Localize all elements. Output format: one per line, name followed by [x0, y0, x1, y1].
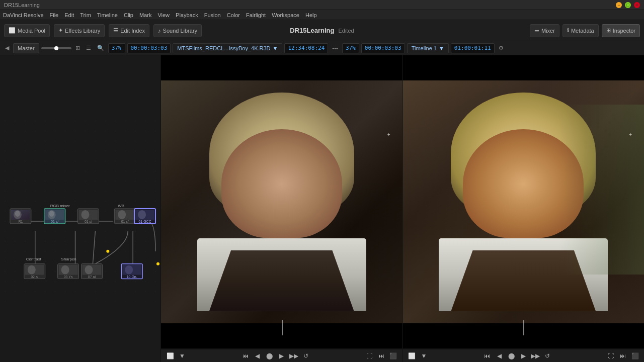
- title-bar: DR15Learning − □ ×: [0, 0, 644, 10]
- monitor-btn-left[interactable]: ⬜: [165, 351, 175, 361]
- svg-text:Contrast: Contrast: [26, 257, 42, 261]
- menu-edit[interactable]: Edit: [64, 12, 74, 18]
- svg-point-11: [106, 250, 109, 253]
- svg-text:02 al: 02 al: [31, 275, 39, 279]
- sound-library-btn[interactable]: ♪ Sound Library: [153, 24, 202, 37]
- stop-left[interactable]: ⬤: [265, 351, 275, 361]
- metadata-btn[interactable]: ℹ Metadata: [562, 24, 599, 37]
- timeline-options-btn[interactable]: ⚙: [497, 44, 506, 52]
- loop-right[interactable]: ↺: [542, 351, 552, 361]
- main-layout: R1 01 s/: [0, 55, 644, 362]
- master-slider[interactable]: [41, 47, 71, 49]
- svg-point-42: [28, 265, 36, 275]
- play-right[interactable]: ▶: [518, 351, 528, 361]
- window-controls: − □ ×: [616, 2, 640, 8]
- svg-point-27: [81, 210, 89, 219]
- next-frame-left[interactable]: ▶▶: [289, 351, 299, 361]
- menu-file[interactable]: File: [50, 12, 59, 18]
- menu-clip[interactable]: Clip: [124, 12, 133, 18]
- skip-end-right[interactable]: ⏭: [618, 351, 628, 361]
- menu-timeline[interactable]: Timeline: [97, 12, 118, 18]
- search-btn[interactable]: 🔍: [95, 44, 106, 52]
- video-row: +: [161, 55, 644, 348]
- next-frame-right[interactable]: ▶▶: [530, 351, 540, 361]
- timecode-center: 12:34:08:24: [284, 43, 328, 53]
- svg-text:R1: R1: [18, 220, 23, 223]
- monitor-btn-right[interactable]: ⬜: [407, 351, 417, 361]
- list-btn[interactable]: ☰: [84, 44, 93, 52]
- stop-right[interactable]: ⬤: [506, 351, 516, 361]
- svg-text:RGB mixer: RGB mixer: [50, 204, 70, 208]
- menu-help[interactable]: Help: [305, 12, 317, 18]
- svg-point-46: [61, 265, 69, 275]
- menu-fairlight[interactable]: Fairlight: [246, 12, 266, 18]
- inspector-btn[interactable]: ⊞ Inspector: [602, 24, 640, 37]
- svg-text:01 s/: 01 s/: [85, 220, 92, 223]
- more-btn[interactable]: •••: [330, 44, 340, 52]
- media-pool-icon: ⬜: [9, 27, 16, 34]
- transport-bar-right: ⬜ ▼ ⏮ ◀ ⬤ ▶ ▶▶ ↺ ⛶ ⏭ ⬛: [403, 349, 645, 362]
- skip-start-right[interactable]: ⏮: [482, 351, 492, 361]
- skip-end-left[interactable]: ⏭: [376, 351, 386, 361]
- crosshair-right: +: [629, 132, 632, 137]
- more-right[interactable]: ⬛: [630, 351, 640, 361]
- svg-point-12: [156, 262, 159, 265]
- svg-text:01 GCC: 01 GCC: [139, 220, 151, 223]
- top-toolbar: ⬜ Media Pool ✦ Effects Library ☰ Edit In…: [0, 20, 644, 41]
- maximize-btn[interactable]: □: [625, 2, 631, 8]
- back-btn[interactable]: ◀: [3, 44, 11, 52]
- mixer-btn[interactable]: ⚌ Mixer: [530, 24, 559, 37]
- crosshair-left: +: [387, 132, 390, 137]
- edit-index-icon: ☰: [113, 27, 118, 34]
- node-graph-panel: R1 01 s/: [0, 55, 161, 362]
- svg-point-18: [15, 211, 20, 217]
- clip-display[interactable]: MTSFilms_REDCL...IssyBoy_4K.R3D ▼: [173, 43, 282, 53]
- effects-library-btn[interactable]: ✦ Effects Library: [54, 24, 105, 37]
- menu-view[interactable]: View: [157, 12, 170, 18]
- grid-btn[interactable]: ⊞: [73, 44, 82, 52]
- menu-fusion[interactable]: Fusion: [204, 12, 221, 18]
- fullscreen-right[interactable]: ⛶: [606, 351, 616, 361]
- menu-mark[interactable]: Mark: [139, 12, 151, 18]
- timeline-timecode: 01:00:01:11: [451, 43, 495, 53]
- menu-davinci[interactable]: DaVinci Resolve: [3, 12, 44, 18]
- play-left[interactable]: ▶: [277, 351, 287, 361]
- video-preview-right: +: [403, 55, 645, 348]
- menu-trim[interactable]: Trim: [80, 12, 91, 18]
- menu-color[interactable]: Color: [227, 12, 240, 18]
- transport-bar-left: ⬜ ▼ ⏮ ◀ ⬤ ▶ ▶▶ ↺ ⛶ ⏭ ⬛: [161, 349, 403, 362]
- svg-text:WB: WB: [118, 204, 124, 208]
- menu-playback[interactable]: Playback: [176, 12, 198, 18]
- dropdown-btn-left[interactable]: ▼: [177, 351, 187, 361]
- menu-bar: DaVinci Resolve File Edit Trim Timeline …: [0, 10, 644, 20]
- progress-indicator-left: [282, 320, 283, 335]
- dropdown-btn-right[interactable]: ▼: [419, 351, 429, 361]
- svg-point-54: [125, 265, 133, 275]
- video-preview-left: +: [161, 55, 403, 348]
- timecode-right: 00:00:03:03: [361, 43, 405, 53]
- toolbar-right: ⚌ Mixer ℹ Metadata ⊞ Inspector: [530, 24, 640, 37]
- inspector-icon: ⊞: [606, 27, 611, 34]
- progress-indicator-right: [523, 320, 524, 335]
- master-slider-handle[interactable]: [54, 46, 58, 50]
- metadata-icon: ℹ: [567, 27, 569, 34]
- media-pool-btn[interactable]: ⬜ Media Pool: [4, 24, 50, 37]
- more-left[interactable]: ⬛: [388, 351, 398, 361]
- minimize-btn[interactable]: −: [616, 2, 622, 8]
- loop-left[interactable]: ↺: [301, 351, 311, 361]
- svg-point-22: [49, 211, 54, 217]
- close-btn[interactable]: ×: [634, 2, 640, 8]
- skip-start-left[interactable]: ⏮: [240, 351, 251, 361]
- edit-index-btn[interactable]: ☰ Edit Index: [109, 24, 149, 37]
- master-btn[interactable]: Master: [13, 43, 39, 53]
- svg-text:Sharpen: Sharpen: [61, 257, 76, 261]
- video-section: +: [161, 55, 644, 362]
- fullscreen-left[interactable]: ⛶: [364, 351, 374, 361]
- timeline-name[interactable]: Timeline 1 ▼: [407, 43, 449, 53]
- svg-point-31: [118, 210, 126, 219]
- svg-text:01 s/: 01 s/: [121, 220, 129, 223]
- menu-workspace[interactable]: Workspace: [272, 12, 299, 18]
- svg-text:01 s/: 01 s/: [51, 220, 58, 223]
- prev-frame-left[interactable]: ◀: [253, 351, 263, 361]
- prev-frame-right[interactable]: ◀: [494, 351, 504, 361]
